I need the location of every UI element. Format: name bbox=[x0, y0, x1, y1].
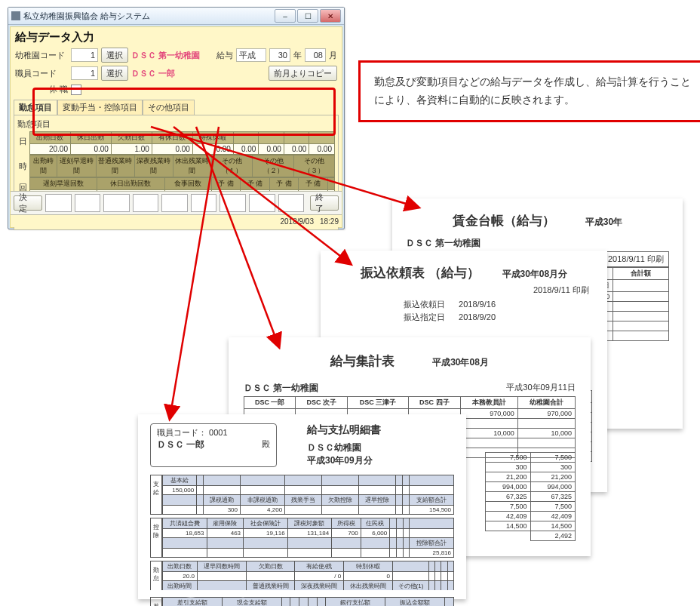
attn-head: 予 備 bbox=[211, 178, 241, 190]
attn-head: その他（１） bbox=[212, 155, 253, 177]
attn-head: 遅刻早退時間 bbox=[57, 155, 96, 177]
slot bbox=[191, 194, 217, 212]
section-side-label: 差 引 bbox=[150, 597, 162, 606]
sheet1-title: 賃金台帳（給与） bbox=[453, 212, 555, 229]
sheet4-period: 平成30年09月分 bbox=[307, 454, 381, 467]
attn-head: 休出残業時間 bbox=[173, 155, 211, 177]
section-side-label: 支 給 bbox=[150, 475, 162, 515]
highlight-box bbox=[32, 88, 336, 136]
status-bar: 2018/9/03 18:29 bbox=[11, 214, 342, 227]
attendance-row-2: 出勤時間遅刻早退時間普通残業時間深夜残業時間休出残業時間その他（１）その他（２）… bbox=[29, 155, 335, 177]
sheet3-title: 給与集計表 bbox=[330, 352, 395, 370]
status-time: 18:29 bbox=[320, 217, 339, 226]
attn-head: 普通残業時間 bbox=[96, 155, 134, 177]
sheet1-org: ＤＳＣ 第一幼稚園 bbox=[406, 237, 669, 250]
attn-head: その他（３） bbox=[293, 155, 334, 177]
slot bbox=[133, 194, 159, 212]
copy-prev-month-button[interactable]: 前月よりコピー bbox=[269, 66, 337, 81]
sheet2-req-label: 振込依頼日 bbox=[404, 299, 456, 310]
attn-head bbox=[327, 178, 334, 190]
close-button[interactable]: ✕ bbox=[320, 9, 341, 23]
attn-cell[interactable]: 0.00 bbox=[70, 144, 111, 155]
attn-cell[interactable]: 1.00 bbox=[111, 144, 152, 155]
slot bbox=[249, 194, 275, 212]
minimize-button[interactable]: – bbox=[275, 9, 296, 23]
status-date: 2018/9/03 bbox=[280, 217, 314, 226]
sheet2-printed: 2018/9/11 印刷 bbox=[339, 285, 589, 296]
attn-cell[interactable]: 0.00 bbox=[192, 144, 233, 155]
year-suffix: 年 bbox=[293, 50, 302, 61]
sheet2-title: 振込依頼表 （給与） bbox=[361, 264, 480, 281]
sheet3-sidetable: 7,5007,50030030021,20021,200994,000994,0… bbox=[485, 452, 576, 541]
attn-head: 予 備 bbox=[241, 178, 270, 190]
titlebar: 私立幼稚園振興協会 給与システム – ☐ ✕ bbox=[8, 8, 344, 25]
attn-cell[interactable]: 0.00 bbox=[284, 144, 309, 155]
employee-name: ＤＳＣ 一郎 bbox=[131, 68, 175, 79]
payroll-input-window: 私立幼稚園振興協会 給与システム – ☐ ✕ 給与データ入力 幼稚園コード 1 … bbox=[8, 7, 345, 229]
slot bbox=[161, 194, 188, 212]
sheet3-period: 平成30年08月 bbox=[432, 356, 489, 369]
sheet1-period: 平成30年 bbox=[585, 216, 622, 229]
employee-code-label: 職員コード bbox=[15, 68, 68, 79]
attn-head: 食事回数 bbox=[164, 178, 211, 190]
attn-cell[interactable]: 0.00 bbox=[259, 144, 284, 155]
attn-head: その他（２） bbox=[253, 155, 293, 177]
decide-button[interactable]: 決 定 bbox=[14, 195, 42, 211]
screen-title: 給与データ入力 bbox=[11, 27, 342, 46]
sheet1-printed: 2018/9/11 印刷 bbox=[603, 252, 668, 266]
payslip-employee-box: 職員コード： 0001 ＤＳＣ 一郎 殿 bbox=[150, 423, 277, 467]
kindergarten-code-label: 幼稚園コード bbox=[15, 50, 68, 61]
sheet4-title: 給与支払明細書 bbox=[307, 423, 381, 437]
attn-cell[interactable]: 20.00 bbox=[30, 144, 71, 155]
sheet3-org: ＤＳＣ 第一幼稚園 bbox=[244, 382, 318, 395]
bottom-button-bar: 決 定 終 了 bbox=[11, 191, 342, 214]
maximize-button[interactable]: ☐ bbox=[297, 9, 318, 23]
section-side-label: 勤 怠 bbox=[150, 561, 162, 594]
end-button[interactable]: 終 了 bbox=[310, 195, 339, 211]
attn-head: 遅刻早退回数 bbox=[30, 178, 97, 190]
sheet3-printed: 平成30年09月11日 bbox=[506, 382, 576, 395]
employee-select-button[interactable]: 選択 bbox=[101, 66, 128, 81]
sheet2-spec-val: 2018/9/20 bbox=[459, 312, 496, 321]
attn-head: 予 備 bbox=[299, 178, 328, 190]
attn-head: 深夜残業時間 bbox=[134, 155, 173, 177]
slot bbox=[103, 194, 130, 212]
sheet4-org: ＤＳＣ幼稚園 bbox=[307, 441, 381, 454]
app-title: 私立幼稚園振興協会 給与システム bbox=[23, 11, 275, 22]
attn-head: 休日出勤回数 bbox=[97, 178, 164, 190]
app-icon bbox=[11, 11, 20, 20]
sheet2-spec-label: 振込指定日 bbox=[404, 312, 456, 323]
attn-head: 予 備 bbox=[269, 178, 299, 190]
kindergarten-name: ＤＳＣ 第一幼稚園 bbox=[131, 50, 200, 61]
sheet2-req-val: 2018/9/16 bbox=[459, 300, 496, 309]
slot bbox=[278, 194, 305, 212]
attn-cell[interactable]: 0.00 bbox=[152, 144, 192, 155]
month-suffix: 月 bbox=[329, 50, 337, 61]
attn-cell[interactable]: 0.00 bbox=[233, 144, 259, 155]
kindergarten-select-button[interactable]: 選択 bbox=[101, 48, 128, 63]
slot bbox=[45, 194, 72, 212]
kindergarten-code-field[interactable]: 1 bbox=[71, 48, 98, 62]
section-side-label: 控 除 bbox=[150, 518, 162, 558]
sheet2-period: 平成30年08月分 bbox=[502, 268, 568, 281]
explanation-callout: 勤怠及び変動項目などの給与データを作成し、給与計算を行うことにより、各資料に自動… bbox=[358, 60, 700, 122]
employee-code-field[interactable]: 1 bbox=[71, 66, 98, 80]
attn-cell[interactable]: 0.00 bbox=[309, 144, 335, 155]
salary-label: 給与 bbox=[216, 50, 233, 61]
callout-text: 勤怠及び変動項目などの給与データを作成し、給与計算を行うことにより、各資料に自動… bbox=[374, 75, 691, 106]
slot bbox=[220, 194, 246, 212]
attn-head: 出勤時間 bbox=[30, 155, 57, 177]
month-field[interactable]: 08 bbox=[305, 48, 326, 62]
era-field[interactable]: 平成 bbox=[236, 48, 266, 62]
year-field[interactable]: 30 bbox=[269, 48, 290, 62]
report-payslip: 職員コード： 0001 ＤＳＣ 一郎 殿 給与支払明細書 ＤＳＣ幼稚園 平成30… bbox=[138, 414, 466, 599]
slot bbox=[75, 194, 101, 212]
